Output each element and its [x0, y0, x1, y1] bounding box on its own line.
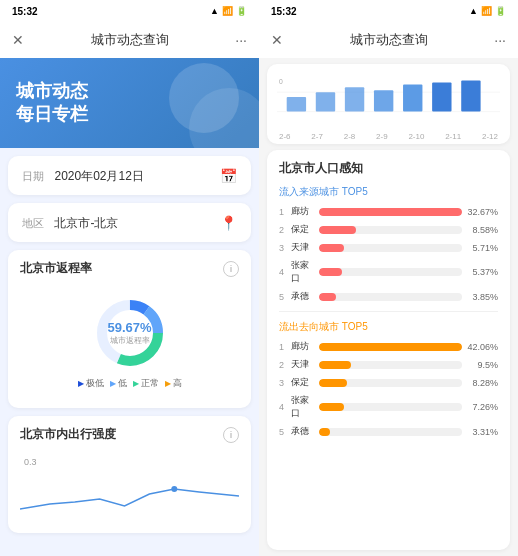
left-nav-title: 城市动态查询 — [91, 31, 169, 49]
region-row: 地区 北京市-北京 — [22, 213, 118, 232]
trend-chart: 0 — [277, 72, 500, 124]
travel-line-chart — [20, 469, 239, 519]
date-row: 日期 2020年02月12日 — [22, 166, 144, 185]
outflow-row-1: 1 廊坊 42.06% — [279, 340, 498, 353]
outflow-row-3: 3 保定 8.28% — [279, 376, 498, 389]
svg-rect-12 — [374, 90, 393, 111]
date-card[interactable]: 日期 2020年02月12日 📅 — [8, 156, 251, 195]
donut-container: 59.67% 城市返程率 ▶ 极低 ▶ 低 ▶ 正常 — [20, 285, 239, 398]
svg-rect-10 — [316, 92, 335, 111]
inflow-row-5: 5 承德 3.85% — [279, 290, 498, 303]
left-content: 日期 2020年02月12日 📅 地区 北京市-北京 📍 北京市返程率 i — [0, 148, 259, 556]
legend-high: ▶ 高 — [165, 377, 182, 390]
right-signal-icon: 📶 — [481, 6, 492, 16]
donut-label: 59.67% 城市返程率 — [107, 320, 151, 346]
right-status-icons: ▲ 📶 🔋 — [469, 6, 506, 16]
inflow-title: 流入来源城市 TOP5 — [279, 185, 498, 199]
right-content: 0 2-6 2-7 2-8 2-9 2-10 2-11 2-12 — [259, 58, 518, 556]
banner-line2: 每日专栏 — [16, 103, 88, 126]
xlabel-1: 2-7 — [311, 132, 323, 141]
return-rate-card: 北京市返程率 i — [8, 250, 251, 408]
right-status-bar: 15:32 ▲ 📶 🔋 — [259, 0, 518, 22]
left-status-icons: ▲ 📶 🔋 — [210, 6, 247, 16]
outflow-title: 流出去向城市 TOP5 — [279, 320, 498, 334]
close-icon[interactable]: ✕ — [12, 32, 24, 48]
inflow-list: 1 廊坊 32.67% 2 保定 8.58% 3 — [279, 205, 498, 303]
inflow-row-2: 2 保定 8.58% — [279, 223, 498, 236]
return-rate-sub: 城市返程率 — [107, 335, 151, 346]
location-icon[interactable]: 📍 — [220, 215, 237, 231]
travel-card: 北京市内出行强度 i 0.3 — [8, 416, 251, 533]
right-wifi-icon: ▲ — [469, 6, 478, 16]
more-icon[interactable]: ··· — [235, 32, 247, 48]
travel-value: 0.3 — [20, 455, 41, 469]
svg-rect-15 — [461, 81, 480, 112]
return-rate-title: 北京市返程率 — [20, 260, 92, 277]
travel-info-btn[interactable]: i — [223, 427, 239, 443]
legend-low: ▶ 低 — [110, 377, 127, 390]
right-phone-panel: 15:32 ▲ 📶 🔋 ✕ 城市动态查询 ··· 0 — [259, 0, 518, 556]
xlabel-4: 2-10 — [408, 132, 424, 141]
outflow-row-2: 2 天津 9.5% — [279, 358, 498, 371]
return-rate-pct: 59.67% — [107, 320, 151, 335]
svg-rect-9 — [287, 97, 306, 112]
pop-title: 北京市人口感知 — [279, 160, 498, 177]
return-rate-header: 北京市返程率 i — [20, 260, 239, 277]
right-time: 15:32 — [271, 6, 297, 17]
left-nav-bar: ✕ 城市动态查询 ··· — [0, 22, 259, 58]
graph-card: 0 2-6 2-7 2-8 2-9 2-10 2-11 2-12 — [267, 64, 510, 144]
svg-text:0: 0 — [279, 78, 283, 85]
banner-text: 城市动态 每日专栏 — [16, 80, 88, 127]
right-close-icon[interactable]: ✕ — [271, 32, 283, 48]
region-value: 北京市-北京 — [54, 216, 118, 230]
region-label: 地区 — [22, 217, 44, 229]
travel-header: 北京市内出行强度 i — [20, 426, 239, 443]
inflow-row-1: 1 廊坊 32.67% — [279, 205, 498, 218]
date-value: 2020年02月12日 — [54, 169, 143, 183]
battery-icon: 🔋 — [236, 6, 247, 16]
xlabel-0: 2-6 — [279, 132, 291, 141]
banner-line1: 城市动态 — [16, 80, 88, 103]
divider — [279, 311, 498, 312]
outflow-row-5: 5 承德 3.31% — [279, 425, 498, 438]
inflow-row-4: 4 张家口 5.37% — [279, 259, 498, 285]
xlabel-5: 2-11 — [445, 132, 461, 141]
graph-x-labels: 2-6 2-7 2-8 2-9 2-10 2-11 2-12 — [277, 132, 500, 141]
region-card[interactable]: 地区 北京市-北京 📍 — [8, 203, 251, 242]
left-phone-panel: 15:32 ▲ 📶 🔋 ✕ 城市动态查询 ··· 城市动态 每日专栏 日期 20… — [0, 0, 259, 556]
signal-icon: 📶 — [222, 6, 233, 16]
date-label: 日期 — [22, 170, 44, 182]
banner: 城市动态 每日专栏 — [0, 58, 259, 148]
left-time: 15:32 — [12, 6, 38, 17]
xlabel-6: 2-12 — [482, 132, 498, 141]
return-rate-info-btn[interactable]: i — [223, 261, 239, 277]
legend-normal: ▶ 正常 — [133, 377, 159, 390]
wifi-icon: ▲ — [210, 6, 219, 16]
xlabel-2: 2-8 — [344, 132, 356, 141]
outflow-list: 1 廊坊 42.06% 2 天津 9.5% 3 — [279, 340, 498, 438]
legend-very-low: ▶ 极低 — [78, 377, 104, 390]
svg-rect-14 — [432, 82, 451, 111]
right-nav-title: 城市动态查询 — [350, 31, 428, 49]
calendar-icon[interactable]: 📅 — [220, 168, 237, 184]
right-nav-bar: ✕ 城市动态查询 ··· — [259, 22, 518, 58]
right-battery-icon: 🔋 — [495, 6, 506, 16]
svg-point-5 — [171, 486, 177, 492]
inflow-row-3: 3 天津 5.71% — [279, 241, 498, 254]
svg-rect-13 — [403, 84, 422, 111]
xlabel-3: 2-9 — [376, 132, 388, 141]
left-status-bar: 15:32 ▲ 📶 🔋 — [0, 0, 259, 22]
donut-chart: 59.67% 城市返程率 — [90, 293, 170, 373]
right-more-icon[interactable]: ··· — [494, 32, 506, 48]
legend: ▶ 极低 ▶ 低 ▶ 正常 ▶ 高 — [78, 377, 182, 390]
outflow-row-4: 4 张家口 7.26% — [279, 394, 498, 420]
travel-title: 北京市内出行强度 — [20, 426, 116, 443]
population-card: 北京市人口感知 流入来源城市 TOP5 1 廊坊 32.67% 2 保定 — [267, 150, 510, 550]
svg-rect-11 — [345, 87, 364, 111]
